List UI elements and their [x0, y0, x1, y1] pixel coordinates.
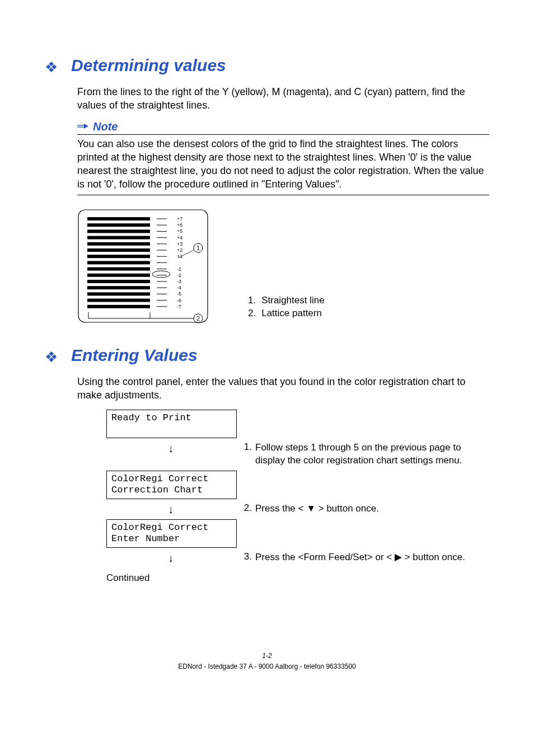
section-title: Determining values	[71, 56, 226, 75]
svg-rect-10	[87, 255, 150, 258]
svg-rect-7	[87, 236, 150, 239]
svg-rect-13	[87, 274, 150, 277]
steps-area: Ready to Print ↓ 1. Follow steps 1 throu…	[106, 410, 489, 564]
svg-text:+7: +7	[177, 216, 182, 222]
svg-text:+4: +4	[177, 234, 182, 240]
svg-rect-17	[87, 298, 150, 302]
callout-2-label: 2	[196, 315, 200, 322]
svg-text:+2: +2	[177, 247, 182, 253]
step-row: ↓ 2. Press the < ▼ > button once.	[106, 503, 489, 516]
svg-rect-8	[87, 242, 150, 246]
legend-text: Straightest line	[261, 294, 324, 307]
step-row: ↓ 3. Press the <Form Feed/Set> or < ▶ > …	[106, 551, 489, 565]
svg-text:-4: -4	[177, 285, 181, 290]
svg-rect-11	[87, 261, 150, 264]
svg-rect-4	[87, 217, 150, 220]
svg-rect-18	[87, 305, 150, 308]
svg-text:-3: -3	[177, 279, 181, 284]
section-title: Entering Values	[71, 346, 198, 365]
continued-label: Continued	[106, 572, 489, 584]
note-heading-row: Note	[77, 120, 489, 133]
section-body: Using the control panel, enter the value…	[77, 375, 489, 402]
figure-row: +7+6+5+4+3+2+1-1-2-3-4-5-6-7 1 2 1.	[77, 209, 489, 323]
figure-legend: 1. Straightest line 2. Lattice pattern	[248, 294, 325, 320]
svg-text:-6: -6	[177, 297, 181, 303]
svg-text:+6: +6	[177, 222, 182, 228]
svg-rect-15	[87, 286, 150, 289]
svg-rect-12	[87, 267, 150, 270]
down-arrow-icon: ↓	[106, 551, 235, 565]
svg-text:-1: -1	[177, 266, 181, 271]
note-divider-bottom	[77, 195, 489, 195]
legend-num: 2.	[248, 307, 256, 320]
note-label: Note	[93, 120, 118, 133]
section-heading: ❖ Entering Values	[45, 346, 489, 365]
lcd-panel: ColorRegi Correct Correction Chart	[106, 471, 237, 499]
legend-item: 2. Lattice pattern	[248, 307, 325, 320]
down-arrow-icon: ↓	[106, 442, 235, 455]
callout-1-label: 1	[196, 245, 200, 251]
svg-text:-5: -5	[177, 291, 181, 297]
svg-text:+5: +5	[177, 228, 182, 234]
page-footer: 1-2 EDNord - Istedgade 37 A - 9000 Aalbo…	[45, 651, 489, 672]
step-number: 2.	[238, 503, 252, 514]
lcd-panel: Ready to Print	[106, 410, 237, 438]
registration-pattern-figure: +7+6+5+4+3+2+1-1-2-3-4-5-6-7 1 2	[77, 209, 209, 323]
diamond-bullet-icon: ❖	[45, 59, 58, 76]
svg-point-50	[152, 271, 170, 278]
section-body: From the lines to the right of the Y (ye…	[77, 85, 489, 112]
svg-rect-6	[87, 229, 150, 233]
step-number: 3.	[238, 551, 252, 562]
step-text: Press the <Form Feed/Set> or < ▶ > butto…	[255, 551, 489, 564]
svg-text:+3: +3	[177, 241, 182, 247]
diamond-bullet-icon: ❖	[45, 349, 58, 366]
svg-rect-9	[87, 248, 150, 252]
down-arrow-icon: ↓	[106, 503, 235, 516]
svg-rect-16	[87, 292, 150, 295]
legend-text: Lattice pattern	[261, 307, 322, 320]
legend-item: 1. Straightest line	[248, 294, 325, 307]
step-row: ↓ 1. Follow steps 1 through 5 on the pre…	[106, 442, 489, 467]
page-number: 1-2	[45, 651, 489, 661]
note-body: You can also use the densest colors of t…	[77, 137, 489, 191]
note-divider-top	[77, 134, 489, 135]
svg-rect-5	[87, 223, 150, 227]
svg-rect-14	[87, 280, 150, 283]
lcd-panel: ColorRegi Correct Enter Number	[106, 519, 237, 548]
svg-text:-7: -7	[177, 304, 181, 309]
svg-text:+1: +1	[177, 253, 182, 259]
step-number: 1.	[238, 442, 252, 453]
svg-text:-2: -2	[177, 273, 181, 278]
legend-num: 1.	[248, 294, 256, 307]
section-heading: ❖ Determining values	[45, 56, 489, 75]
note-arrow-icon	[77, 124, 88, 129]
footer-info: EDNord - Istedgade 37 A - 9000 Aalborg -…	[45, 661, 489, 672]
step-text: Press the < ▼ > button once.	[255, 503, 489, 515]
svg-marker-2	[84, 124, 88, 129]
step-text: Follow steps 1 through 5 on the previous…	[255, 442, 489, 467]
